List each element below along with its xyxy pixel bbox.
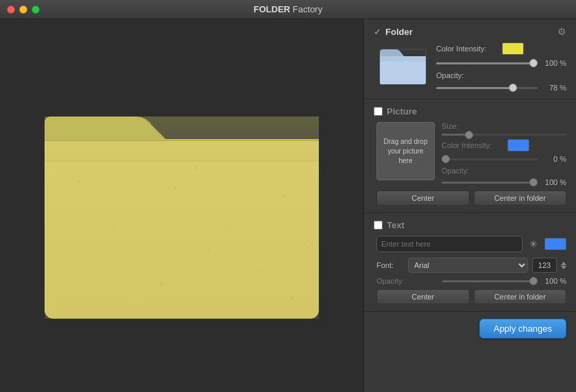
text-section-title: Text [387, 220, 405, 230]
pic-size-slider[interactable] [442, 134, 566, 136]
folder-section-content: Color Intensity: 100 % Opacity: [374, 42, 566, 92]
color-intensity-slider-container [436, 62, 538, 64]
opacity-row: Opacity: [436, 71, 566, 79]
svg-point-9 [64, 291, 66, 292]
svg-point-1 [126, 208, 128, 210]
svg-point-0 [78, 181, 80, 183]
color-intensity-row: Color Intensity: [436, 42, 566, 55]
picture-content: Drag and drop your picture here Size: Co… [374, 122, 566, 186]
picture-center-buttons: Center Center in folder [374, 191, 566, 206]
pic-size-label: Size: [442, 122, 503, 130]
color-intensity-value: 100 % [542, 59, 566, 67]
text-center-button[interactable]: Center [376, 289, 470, 304]
text-section-header: Text [374, 220, 566, 230]
close-button[interactable] [7, 5, 15, 14]
text-color-swatch[interactable] [544, 238, 566, 250]
svg-point-6 [160, 284, 163, 286]
text-input-row: ✳ [374, 236, 566, 252]
font-label: Font: [376, 261, 404, 269]
svg-point-11 [133, 304, 134, 306]
text-center-buttons: Center Center in folder [374, 289, 566, 304]
folder-thumbnail [376, 42, 428, 87]
svg-point-12 [291, 297, 293, 299]
pic-size-slider-row [442, 134, 566, 136]
text-opacity-label: Opacity: [376, 277, 438, 285]
pic-center-button[interactable]: Center [376, 191, 470, 206]
folder-section-header: ✓ Folder ⚙ [374, 26, 566, 37]
pic-opacity-slider[interactable] [442, 182, 538, 184]
text-checkbox[interactable] [374, 221, 383, 230]
text-opacity-value: 100 % [542, 277, 566, 285]
app-title: FOLDER Factory [254, 4, 322, 14]
minimize-button[interactable] [19, 5, 27, 14]
main-content: ✓ Folder ⚙ Color Intensity: [0, 19, 576, 392]
svg-point-13 [112, 229, 114, 230]
pic-opacity-value: 100 % [542, 178, 566, 186]
pic-color-row: Color Intensity: [442, 139, 566, 151]
pic-color-value: 0 % [542, 155, 566, 163]
pic-color-label: Color Intensity: [442, 141, 503, 149]
folder-section: ✓ Folder ⚙ Color Intensity: [364, 19, 576, 99]
folder-section-title: Folder [385, 27, 413, 37]
text-opacity-slider[interactable] [442, 280, 538, 282]
pic-color-slider-container [442, 158, 538, 160]
apply-section: Apply changes [364, 312, 576, 345]
picture-section-title: Picture [387, 106, 417, 117]
opacity-value: 78 % [542, 84, 566, 92]
pic-color-slider[interactable] [442, 158, 538, 160]
pic-size-row: Size: [442, 122, 566, 130]
apply-changes-button[interactable]: Apply changes [479, 319, 566, 339]
text-opacity-slider-container [442, 280, 538, 282]
folder-preview [17, 62, 346, 350]
color-intensity-swatch[interactable] [502, 42, 524, 55]
font-size-down-arrow[interactable] [561, 266, 566, 269]
drop-zone[interactable]: Drag and drop your picture here [376, 122, 435, 180]
svg-point-7 [256, 270, 258, 271]
pic-opacity-slider-row: 100 % [442, 178, 566, 186]
pic-color-swatch[interactable] [507, 139, 529, 151]
settings-panel: ✓ Folder ⚙ Color Intensity: [363, 19, 576, 392]
pic-opacity-label: Opacity: [442, 167, 503, 175]
text-center-in-folder-button[interactable]: Center in folder [474, 289, 567, 304]
opacity-slider-row: 78 % [436, 84, 566, 92]
text-section: Text ✳ Font: Arial Opacity: [364, 213, 576, 312]
font-size-arrows[interactable] [561, 262, 566, 269]
folder-check-icon: ✓ [374, 27, 381, 37]
window-controls [7, 5, 40, 14]
color-intensity-slider-row: 100 % [436, 59, 566, 67]
titlebar: FOLDER Factory [0, 0, 576, 19]
svg-point-5 [92, 263, 93, 265]
text-input-field[interactable] [376, 236, 523, 252]
pic-opacity-label-row: Opacity: [442, 167, 566, 175]
svg-point-10 [195, 167, 197, 169]
folder-gear-icon[interactable]: ⚙ [557, 26, 566, 37]
opacity-slider-container [436, 87, 538, 89]
picture-section-header: Picture [374, 106, 566, 117]
font-select[interactable]: Arial [408, 258, 528, 273]
svg-point-14 [208, 249, 211, 252]
svg-point-3 [229, 229, 230, 230]
drop-zone-text: Drag and drop your picture here [377, 134, 434, 169]
pic-size-slider-container [442, 134, 566, 136]
font-row: Font: Arial [374, 258, 566, 273]
folder-icon [24, 72, 339, 339]
color-intensity-slider[interactable] [436, 62, 538, 64]
opacity-slider[interactable] [436, 87, 538, 89]
pic-color-slider-row: 0 % [442, 155, 566, 163]
text-opacity-row: Opacity: 100 % [374, 277, 566, 285]
picture-controls: Size: Color Intensity: [442, 122, 566, 186]
opacity-label: Opacity: [436, 71, 498, 79]
svg-point-8 [311, 243, 313, 245]
color-intensity-label: Color Intensity: [436, 45, 498, 53]
picture-checkbox[interactable] [374, 107, 383, 116]
svg-point-4 [284, 195, 286, 197]
folder-preview-panel [0, 19, 363, 392]
font-size-input[interactable] [532, 258, 557, 273]
snowflake-icon[interactable]: ✳ [527, 238, 540, 249]
picture-section: Picture Drag and drop your picture here … [364, 99, 576, 213]
pic-center-in-folder-button[interactable]: Center in folder [474, 191, 567, 206]
maximize-button[interactable] [32, 5, 40, 14]
font-size-up-arrow[interactable] [561, 262, 566, 265]
folder-controls: Color Intensity: 100 % Opacity: [436, 42, 566, 92]
pic-opacity-slider-container [442, 182, 538, 184]
